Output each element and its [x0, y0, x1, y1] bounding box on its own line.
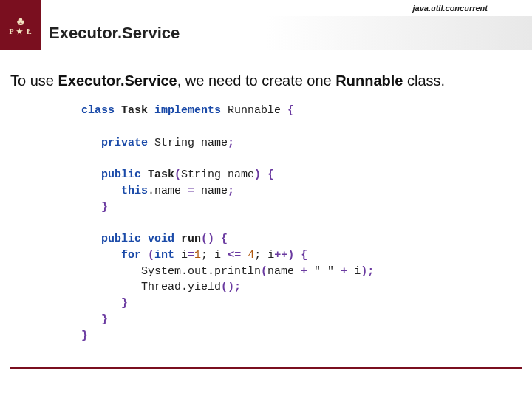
logo-icon: ♣	[9, 15, 32, 28]
code-t: )	[254, 168, 261, 181]
intro-bold2: Runnable	[335, 72, 403, 89]
code-t: (	[148, 249, 154, 262]
code-t: name	[267, 265, 301, 278]
intro-post: class.	[403, 72, 445, 89]
code-t: ;	[228, 137, 234, 149]
code-t: .name	[148, 185, 188, 197]
code-t: i	[354, 265, 361, 278]
code-t: public	[101, 168, 148, 181]
code-t: int	[154, 249, 181, 262]
code-t: }	[121, 297, 128, 310]
code-block: class Task implements Runnable { private…	[81, 103, 522, 344]
logo-letters: P ★ Ł	[9, 27, 32, 35]
slide-title: Executor.Service	[41, 24, 180, 43]
code-t: 1	[194, 249, 201, 262]
code-t: 4	[248, 249, 254, 262]
code-t: {	[261, 168, 274, 181]
package-label: java.util.concurrent	[413, 4, 488, 13]
code-t: for	[121, 249, 148, 262]
logo-text: ♣ P ★ Ł	[9, 15, 32, 36]
code-t: .yield	[181, 281, 221, 293]
code-t: +	[341, 265, 354, 278]
code-t: ;	[228, 185, 234, 197]
code-t: (	[261, 265, 267, 278]
code-t: +	[301, 265, 314, 278]
code-t: String name	[181, 168, 254, 181]
code-t: public	[101, 233, 148, 245]
code-t: System	[141, 265, 181, 278]
code-t: .out	[181, 265, 208, 278]
code-t: " "	[314, 265, 341, 278]
code-t: private	[101, 137, 154, 149]
code-t: ; i	[254, 249, 274, 262]
code-t: }	[81, 330, 88, 342]
code-t: run	[181, 233, 201, 245]
code-t: Runnable	[228, 104, 287, 117]
code-t: implements	[154, 104, 228, 117]
code-t: {	[287, 104, 294, 117]
code-t: class	[81, 104, 121, 117]
intro-bold1: Executor.Service	[58, 72, 177, 89]
code-t: ++	[274, 249, 287, 262]
code-t: Thread	[141, 281, 181, 293]
footer-rule	[10, 367, 522, 369]
intro-text: To use Executor.Service, we need to crea…	[10, 71, 522, 91]
code-t: ;	[367, 265, 374, 278]
code-t: {	[214, 233, 228, 245]
intro-mid: , we need to create one	[177, 72, 336, 89]
code-t: }	[101, 313, 108, 326]
logo: ♣ P ★ Ł	[0, 0, 41, 50]
code-t: (	[174, 168, 181, 181]
code-t: )	[287, 249, 294, 262]
slide-header: ♣ P ★ Ł Executor.Service	[0, 16, 532, 50]
code-t: <=	[228, 249, 248, 262]
code-t: Task	[121, 104, 154, 117]
code-t: String name	[154, 137, 228, 149]
package-bar: java.util.concurrent	[0, 0, 532, 16]
code-t: ()	[221, 281, 234, 293]
code-t: this	[121, 185, 148, 197]
code-t: ; i	[201, 249, 228, 262]
code-t: ;	[234, 281, 241, 293]
code-t: Task	[148, 168, 174, 181]
code-t: {	[294, 249, 307, 262]
code-t: )	[361, 265, 367, 278]
code-t: i	[181, 249, 188, 262]
slide-body: To use Executor.Service, we need to crea…	[0, 50, 532, 344]
intro-pre: To use	[10, 72, 58, 89]
code-t: void	[148, 233, 181, 245]
code-t: }	[101, 201, 108, 214]
code-t: =	[188, 249, 194, 262]
code-t: .println	[208, 265, 261, 278]
code-t: name	[201, 185, 228, 197]
code-t: =	[188, 185, 201, 197]
code-t: ()	[201, 233, 214, 245]
